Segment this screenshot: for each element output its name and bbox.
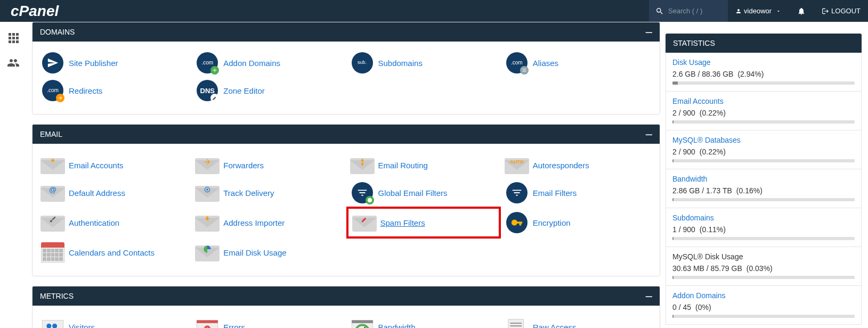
email-filters-icon — [506, 182, 528, 203]
stat-block: MySQL® Databases2 / 900(0.22%) — [666, 130, 862, 169]
app-errors[interactable]: ! Errors — [191, 313, 346, 328]
app-autoresponders[interactable]: AUTO Autoresponders — [501, 151, 655, 179]
bandwidth-icon — [350, 316, 375, 328]
svg-rect-17 — [197, 320, 218, 323]
app-label: Email Accounts — [69, 161, 124, 170]
svg-point-11 — [367, 198, 371, 202]
topbar: cPanel videowor LOGOUT — [0, 0, 868, 22]
app-encryption[interactable]: Encryption — [501, 207, 655, 239]
app-email-filters[interactable]: Email Filters — [501, 179, 655, 207]
svg-rect-0 — [9, 33, 11, 36]
logo[interactable]: cPanel — [0, 3, 69, 20]
subdomains-icon: sub. — [352, 52, 373, 73]
app-zone-editor[interactable]: DNS Zone Editor — [191, 77, 346, 104]
username-label: videowor — [744, 7, 772, 15]
global-filters-icon — [352, 182, 373, 203]
panel-title: DOMAINS — [40, 28, 75, 36]
app-label: Aliases — [533, 59, 558, 68]
app-label: Addon Domains — [223, 59, 280, 68]
stat-title[interactable]: Email Accounts — [672, 97, 855, 105]
spam-filters-icon — [352, 214, 377, 232]
app-label: Forwarders — [223, 161, 264, 170]
svg-rect-23 — [508, 319, 524, 328]
app-visitors[interactable]: Visitors — [37, 313, 191, 328]
stat-block: Email Accounts2 / 900(0.22%) — [666, 92, 862, 130]
app-aliases[interactable]: .com Aliases — [501, 49, 655, 77]
sidebar-home[interactable] — [7, 31, 20, 46]
app-spam-filters[interactable]: Spam Filters — [346, 207, 501, 239]
app-forwarders[interactable]: Forwarders — [191, 151, 346, 179]
svg-point-10 — [207, 188, 209, 191]
stat-title[interactable]: Subdomains — [672, 214, 855, 222]
app-email-routing[interactable]: Email Routing — [346, 151, 501, 179]
app-default-address[interactable]: @ Default Address — [37, 179, 191, 207]
app-site-publisher[interactable]: Site Publisher — [37, 49, 191, 77]
progress-bar — [672, 81, 855, 85]
app-bandwidth[interactable]: Bandwidth — [346, 313, 501, 328]
app-calendars[interactable]: Calendars and Contacts — [37, 239, 191, 266]
app-email-disk[interactable]: Email Disk Usage — [191, 239, 346, 266]
stats-container: Disk Usage2.6 GB / 88.36 GB(2.94%)Email … — [666, 53, 862, 325]
logout-icon — [822, 7, 829, 15]
app-address-importer[interactable]: Address Importer — [191, 207, 346, 239]
app-label: Default Address — [69, 188, 125, 198]
sidebar-users[interactable] — [7, 56, 20, 71]
progress-bar — [672, 120, 855, 124]
topbar-right: videowor LOGOUT — [649, 0, 868, 22]
app-raw-access[interactable]: Raw Access — [501, 313, 655, 328]
svg-rect-7 — [12, 40, 15, 43]
progress-bar — [672, 237, 855, 240]
progress-bar — [672, 159, 855, 162]
panel-header-email[interactable]: EMAIL – — [33, 125, 660, 144]
app-label: Email Routing — [378, 161, 428, 170]
site-publisher-icon — [42, 52, 63, 73]
autoresponders-icon: AUTO — [505, 156, 529, 174]
search-wrapper[interactable] — [649, 0, 728, 22]
zone-editor-icon: DNS — [197, 80, 218, 101]
email-routing-icon — [350, 156, 375, 174]
stat-block: Disk Usage2.6 GB / 88.36 GB(2.94%) — [666, 53, 862, 92]
stat-title[interactable]: MySQL® Databases — [672, 136, 855, 144]
panel-title: METRICS — [40, 292, 74, 300]
app-subdomains[interactable]: sub. Subdomains — [346, 49, 501, 77]
collapse-icon[interactable]: – — [646, 130, 652, 138]
stat-title[interactable]: Addon Domains — [672, 291, 855, 300]
bell-icon — [797, 7, 806, 15]
visitors-icon — [40, 316, 66, 328]
app-email-accounts[interactable]: Email Accounts — [37, 151, 191, 179]
app-global-filters[interactable]: Global Email Filters — [346, 179, 501, 207]
collapse-icon[interactable]: – — [646, 292, 652, 300]
app-addon-domains[interactable]: .com Addon Domains — [191, 49, 346, 77]
email-disk-icon — [195, 243, 220, 261]
forwarders-icon — [195, 156, 220, 174]
svg-rect-1 — [12, 33, 15, 36]
panel-header-domains[interactable]: DOMAINS – — [33, 22, 660, 42]
app-label: Site Publisher — [69, 59, 118, 68]
stat-values: 0 / 45(0%) — [672, 303, 855, 311]
user-menu-button[interactable]: videowor — [728, 0, 789, 22]
stat-values: 2 / 900(0.22%) — [672, 147, 855, 156]
app-authentication[interactable]: Authentication — [37, 207, 191, 239]
stat-title[interactable]: Disk Usage — [672, 58, 855, 67]
stat-title: MySQL® Disk Usage — [672, 252, 855, 261]
app-label: Visitors — [69, 323, 95, 329]
logout-button[interactable]: LOGOUT — [814, 0, 868, 22]
collapse-icon[interactable]: – — [646, 28, 652, 36]
notifications-button[interactable] — [789, 0, 814, 22]
raw-access-icon — [504, 316, 530, 328]
app-label: Email Disk Usage — [223, 248, 286, 257]
stat-values: 2 / 900(0.22%) — [672, 109, 855, 117]
aliases-icon: .com — [506, 52, 528, 73]
search-icon — [655, 7, 664, 15]
progress-bar — [672, 198, 855, 201]
panel-header-metrics[interactable]: METRICS – — [33, 286, 660, 306]
stat-title[interactable]: Bandwidth — [672, 175, 855, 183]
app-redirects[interactable]: .com Redirects — [37, 77, 191, 104]
progress-bar — [672, 276, 855, 279]
logout-label: LOGOUT — [831, 7, 861, 15]
app-track-delivery[interactable]: Track Delivery — [191, 179, 346, 207]
authentication-icon — [40, 214, 65, 232]
errors-icon: ! — [194, 316, 220, 328]
search-input[interactable] — [668, 7, 721, 15]
stat-values: 1 / 900(0.11%) — [672, 225, 855, 234]
